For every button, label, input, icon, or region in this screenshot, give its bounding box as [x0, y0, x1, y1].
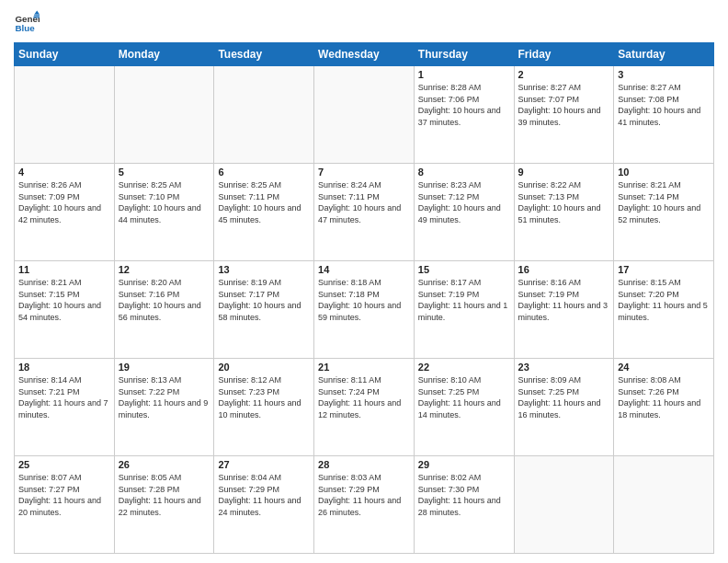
day-info: Sunrise: 8:17 AM Sunset: 7:19 PM Dayligh…	[418, 277, 510, 323]
day-number: 10	[618, 167, 710, 178]
weekday-header-friday: Friday	[514, 43, 614, 66]
day-cell: 26Sunrise: 8:05 AM Sunset: 7:28 PM Dayli…	[114, 456, 214, 554]
day-number: 27	[218, 459, 310, 470]
day-cell: 17Sunrise: 8:15 AM Sunset: 7:20 PM Dayli…	[614, 261, 714, 359]
day-info: Sunrise: 8:05 AM Sunset: 7:28 PM Dayligh…	[119, 472, 210, 518]
day-info: Sunrise: 8:19 AM Sunset: 7:17 PM Dayligh…	[218, 277, 310, 323]
day-cell: 6Sunrise: 8:25 AM Sunset: 7:11 PM Daylig…	[214, 164, 314, 261]
logo: General Blue	[14, 9, 43, 35]
day-cell: 14Sunrise: 8:18 AM Sunset: 7:18 PM Dayli…	[314, 261, 415, 359]
day-cell: 11Sunrise: 8:21 AM Sunset: 7:15 PM Dayli…	[15, 261, 115, 359]
day-number: 14	[318, 264, 410, 275]
day-info: Sunrise: 8:28 AM Sunset: 7:06 PM Dayligh…	[418, 82, 510, 128]
day-number: 29	[418, 459, 510, 470]
day-number: 9	[518, 167, 610, 178]
day-cell: 4Sunrise: 8:26 AM Sunset: 7:09 PM Daylig…	[15, 164, 115, 261]
day-cell	[214, 66, 314, 164]
day-cell: 7Sunrise: 8:24 AM Sunset: 7:11 PM Daylig…	[314, 164, 415, 261]
day-cell: 28Sunrise: 8:03 AM Sunset: 7:29 PM Dayli…	[314, 456, 415, 554]
day-cell: 23Sunrise: 8:09 AM Sunset: 7:25 PM Dayli…	[514, 359, 614, 456]
week-row-0: 1Sunrise: 8:28 AM Sunset: 7:06 PM Daylig…	[15, 66, 714, 164]
day-number: 23	[518, 362, 610, 373]
day-info: Sunrise: 8:21 AM Sunset: 7:15 PM Dayligh…	[18, 277, 110, 323]
day-number: 21	[318, 362, 410, 373]
day-info: Sunrise: 8:25 AM Sunset: 7:11 PM Dayligh…	[218, 179, 310, 225]
day-info: Sunrise: 8:20 AM Sunset: 7:16 PM Dayligh…	[119, 277, 210, 323]
day-info: Sunrise: 8:24 AM Sunset: 7:11 PM Dayligh…	[318, 179, 410, 225]
day-cell: 3Sunrise: 8:27 AM Sunset: 7:08 PM Daylig…	[614, 66, 714, 164]
day-info: Sunrise: 8:02 AM Sunset: 7:30 PM Dayligh…	[418, 472, 510, 518]
day-number: 26	[119, 459, 210, 470]
weekday-header-thursday: Thursday	[414, 43, 514, 66]
day-number: 6	[218, 167, 310, 178]
day-info: Sunrise: 8:14 AM Sunset: 7:21 PM Dayligh…	[18, 374, 110, 420]
day-info: Sunrise: 8:21 AM Sunset: 7:14 PM Dayligh…	[618, 179, 710, 225]
day-number: 24	[618, 362, 710, 373]
day-info: Sunrise: 8:13 AM Sunset: 7:22 PM Dayligh…	[119, 374, 210, 420]
day-info: Sunrise: 8:18 AM Sunset: 7:18 PM Dayligh…	[318, 277, 410, 323]
day-number: 3	[618, 69, 710, 80]
day-cell: 8Sunrise: 8:23 AM Sunset: 7:12 PM Daylig…	[414, 164, 514, 261]
day-cell: 15Sunrise: 8:17 AM Sunset: 7:19 PM Dayli…	[414, 261, 514, 359]
day-number: 16	[518, 264, 610, 275]
day-number: 4	[18, 167, 110, 178]
svg-text:Blue: Blue	[15, 23, 35, 33]
day-cell: 10Sunrise: 8:21 AM Sunset: 7:14 PM Dayli…	[614, 164, 714, 261]
day-number: 25	[18, 459, 110, 470]
day-info: Sunrise: 8:26 AM Sunset: 7:09 PM Dayligh…	[18, 179, 110, 225]
day-info: Sunrise: 8:16 AM Sunset: 7:19 PM Dayligh…	[518, 277, 610, 323]
day-cell: 13Sunrise: 8:19 AM Sunset: 7:17 PM Dayli…	[214, 261, 314, 359]
day-cell: 22Sunrise: 8:10 AM Sunset: 7:25 PM Dayli…	[414, 359, 514, 456]
day-info: Sunrise: 8:08 AM Sunset: 7:26 PM Dayligh…	[618, 374, 710, 420]
week-row-1: 4Sunrise: 8:26 AM Sunset: 7:09 PM Daylig…	[15, 164, 714, 261]
calendar-table: SundayMondayTuesdayWednesdayThursdayFrid…	[14, 42, 714, 554]
day-cell: 1Sunrise: 8:28 AM Sunset: 7:06 PM Daylig…	[414, 66, 514, 164]
weekday-header-saturday: Saturday	[614, 43, 714, 66]
day-number: 15	[418, 264, 510, 275]
day-info: Sunrise: 8:11 AM Sunset: 7:24 PM Dayligh…	[318, 374, 410, 420]
weekday-header-monday: Monday	[114, 43, 214, 66]
day-cell	[15, 66, 115, 164]
day-number: 17	[618, 264, 710, 275]
day-cell	[614, 456, 714, 554]
day-info: Sunrise: 8:04 AM Sunset: 7:29 PM Dayligh…	[218, 472, 310, 518]
day-cell: 19Sunrise: 8:13 AM Sunset: 7:22 PM Dayli…	[114, 359, 214, 456]
header: General Blue	[14, 9, 714, 35]
week-row-3: 18Sunrise: 8:14 AM Sunset: 7:21 PM Dayli…	[15, 359, 714, 456]
day-number: 13	[218, 264, 310, 275]
day-number: 28	[318, 459, 410, 470]
day-cell: 21Sunrise: 8:11 AM Sunset: 7:24 PM Dayli…	[314, 359, 415, 456]
week-row-4: 25Sunrise: 8:07 AM Sunset: 7:27 PM Dayli…	[15, 456, 714, 554]
day-cell: 24Sunrise: 8:08 AM Sunset: 7:26 PM Dayli…	[614, 359, 714, 456]
day-number: 1	[418, 69, 510, 80]
day-cell	[514, 456, 614, 554]
svg-marker-2	[34, 10, 40, 14]
day-number: 11	[18, 264, 110, 275]
day-info: Sunrise: 8:12 AM Sunset: 7:23 PM Dayligh…	[218, 374, 310, 420]
day-cell: 20Sunrise: 8:12 AM Sunset: 7:23 PM Dayli…	[214, 359, 314, 456]
day-number: 2	[518, 69, 610, 80]
day-info: Sunrise: 8:27 AM Sunset: 7:07 PM Dayligh…	[518, 82, 610, 128]
weekday-header-tuesday: Tuesday	[214, 43, 314, 66]
day-cell: 16Sunrise: 8:16 AM Sunset: 7:19 PM Dayli…	[514, 261, 614, 359]
day-number: 20	[218, 362, 310, 373]
day-number: 12	[119, 264, 210, 275]
day-info: Sunrise: 8:27 AM Sunset: 7:08 PM Dayligh…	[618, 82, 710, 128]
weekday-header-wednesday: Wednesday	[314, 43, 415, 66]
day-number: 7	[318, 167, 410, 178]
day-number: 5	[119, 167, 210, 178]
day-cell: 2Sunrise: 8:27 AM Sunset: 7:07 PM Daylig…	[514, 66, 614, 164]
day-cell: 29Sunrise: 8:02 AM Sunset: 7:30 PM Dayli…	[414, 456, 514, 554]
day-cell	[314, 66, 415, 164]
day-info: Sunrise: 8:07 AM Sunset: 7:27 PM Dayligh…	[18, 472, 110, 518]
page: General Blue SundayMondayTuesdayWednesda…	[0, 0, 728, 563]
day-info: Sunrise: 8:23 AM Sunset: 7:12 PM Dayligh…	[418, 179, 510, 225]
day-cell: 18Sunrise: 8:14 AM Sunset: 7:21 PM Dayli…	[15, 359, 115, 456]
day-number: 18	[18, 362, 110, 373]
day-cell: 12Sunrise: 8:20 AM Sunset: 7:16 PM Dayli…	[114, 261, 214, 359]
day-cell	[114, 66, 214, 164]
weekday-header-row: SundayMondayTuesdayWednesdayThursdayFrid…	[15, 43, 714, 66]
week-row-2: 11Sunrise: 8:21 AM Sunset: 7:15 PM Dayli…	[15, 261, 714, 359]
day-cell: 25Sunrise: 8:07 AM Sunset: 7:27 PM Dayli…	[15, 456, 115, 554]
weekday-header-sunday: Sunday	[15, 43, 115, 66]
